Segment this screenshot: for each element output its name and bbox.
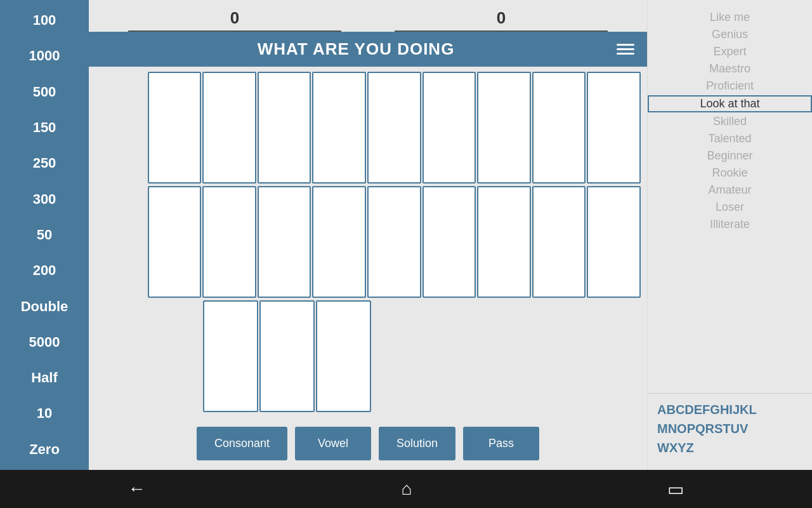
score-50[interactable]: 50 bbox=[0, 224, 89, 246]
letter-row-1 bbox=[95, 72, 641, 184]
cell-1-1[interactable] bbox=[148, 72, 202, 184]
rank-like-me: Like me bbox=[648, 10, 812, 25]
cell-1-2[interactable] bbox=[202, 72, 256, 184]
score-10[interactable]: 10 bbox=[0, 403, 89, 424]
rank-maestro: Maestro bbox=[648, 61, 812, 77]
cell-1-8[interactable] bbox=[532, 72, 586, 184]
cell-2-9[interactable] bbox=[587, 186, 641, 298]
score-display-area: 0 0 bbox=[89, 0, 647, 32]
rank-proficient: Proficient bbox=[648, 78, 812, 94]
rank-talented: Talented bbox=[648, 131, 812, 147]
bottom-nav: ← ⌂ ▭ bbox=[0, 470, 812, 508]
player1-score-container: 0 bbox=[102, 8, 368, 32]
cell-2-4[interactable] bbox=[312, 186, 366, 298]
cell-2-8[interactable] bbox=[532, 186, 586, 298]
cell-1-7[interactable] bbox=[477, 72, 531, 184]
score-zero[interactable]: Zero bbox=[0, 439, 89, 460]
consonant-button[interactable]: Consonant bbox=[197, 427, 287, 460]
player2-score: 0 bbox=[497, 8, 506, 28]
cell-3-3[interactable] bbox=[316, 300, 371, 412]
cell-1-5[interactable] bbox=[367, 72, 421, 184]
cell-2-2[interactable] bbox=[202, 186, 256, 298]
left-sidebar: 100 1000 500 150 250 300 50 200 Double 5… bbox=[0, 0, 89, 470]
rank-beginner: Beginner bbox=[648, 148, 812, 164]
cell-3-0 bbox=[95, 300, 148, 412]
menu-line-3 bbox=[617, 53, 634, 55]
pass-button[interactable]: Pass bbox=[463, 427, 539, 460]
question-title: WHAT ARE YOU DOING bbox=[98, 39, 613, 59]
letter-row-3 bbox=[95, 300, 641, 412]
score-150[interactable]: 150 bbox=[0, 117, 89, 138]
recent-button[interactable]: ▭ bbox=[655, 476, 697, 503]
cell-3-4 bbox=[372, 300, 425, 412]
player2-score-container: 0 bbox=[368, 8, 634, 32]
cell-1-4[interactable] bbox=[312, 72, 366, 184]
solution-button[interactable]: Solution bbox=[379, 427, 455, 460]
cell-1-3[interactable] bbox=[258, 72, 311, 184]
rank-look-at-that: Look at that bbox=[648, 95, 812, 112]
menu-button[interactable] bbox=[613, 41, 638, 58]
rank-loser: Loser bbox=[648, 199, 812, 215]
cell-3-1[interactable] bbox=[203, 300, 258, 412]
letter-grid bbox=[89, 67, 647, 417]
menu-line-1 bbox=[617, 44, 634, 46]
game-buttons: Consonant Vowel Solution Pass bbox=[89, 417, 647, 470]
rank-amateur: Amateur bbox=[648, 182, 812, 198]
cell-2-6[interactable] bbox=[422, 186, 476, 298]
cell-1-6[interactable] bbox=[422, 72, 476, 184]
home-button[interactable]: ⌂ bbox=[389, 476, 425, 502]
score-500[interactable]: 500 bbox=[0, 81, 89, 103]
back-button[interactable]: ← bbox=[115, 476, 159, 502]
vowel-button[interactable]: Vowel bbox=[295, 427, 371, 460]
cell-1-0[interactable] bbox=[95, 72, 147, 184]
score-200[interactable]: 200 bbox=[0, 260, 89, 281]
cell-3-8 bbox=[588, 300, 641, 412]
right-sidebar: Like me Genius Expert Maestro Proficient… bbox=[647, 0, 812, 470]
cell-2-3[interactable] bbox=[258, 186, 311, 298]
cell-2-5[interactable] bbox=[367, 186, 421, 298]
score-half[interactable]: Half bbox=[0, 367, 89, 389]
cell-3-6 bbox=[480, 300, 533, 412]
rank-genius: Genius bbox=[648, 27, 812, 43]
cell-2-0[interactable] bbox=[95, 186, 147, 298]
score-250[interactable]: 250 bbox=[0, 152, 89, 174]
rank-expert: Expert bbox=[648, 44, 812, 60]
alphabet-line-3: WXYZ bbox=[657, 438, 802, 457]
score-5000[interactable]: 5000 bbox=[0, 331, 89, 353]
cell-2-7[interactable] bbox=[477, 186, 531, 298]
cell-2-1[interactable] bbox=[148, 186, 202, 298]
player1-score: 0 bbox=[230, 8, 239, 28]
score-300[interactable]: 300 bbox=[0, 189, 89, 210]
cell-3-5 bbox=[426, 300, 479, 412]
header-bar: WHAT ARE YOU DOING bbox=[89, 32, 647, 67]
rank-list: Like me Genius Expert Maestro Proficient… bbox=[648, 6, 812, 393]
rank-skilled: Skilled bbox=[648, 114, 812, 130]
score-1000[interactable]: 1000 bbox=[0, 45, 89, 67]
cell-3-2[interactable] bbox=[259, 300, 315, 412]
letter-row-2 bbox=[95, 186, 641, 298]
rank-illiterate: Illiterate bbox=[648, 217, 812, 232]
cell-3-7 bbox=[534, 300, 587, 412]
cell-1-9[interactable] bbox=[587, 72, 641, 184]
rank-rookie: Rookie bbox=[648, 165, 812, 181]
center-content: 0 0 WHAT ARE YOU DOING bbox=[89, 0, 647, 470]
menu-line-2 bbox=[617, 48, 634, 50]
cell-3-0b bbox=[149, 300, 202, 412]
alphabet-line-2: MNOPQRSTUV bbox=[657, 419, 802, 438]
alphabet-section: ABCDEFGHIJKL MNOPQRSTUV WXYZ bbox=[648, 393, 812, 464]
alphabet-line-1: ABCDEFGHIJKL bbox=[657, 400, 802, 419]
score-100[interactable]: 100 bbox=[0, 10, 89, 31]
score-double[interactable]: Double bbox=[0, 296, 89, 318]
